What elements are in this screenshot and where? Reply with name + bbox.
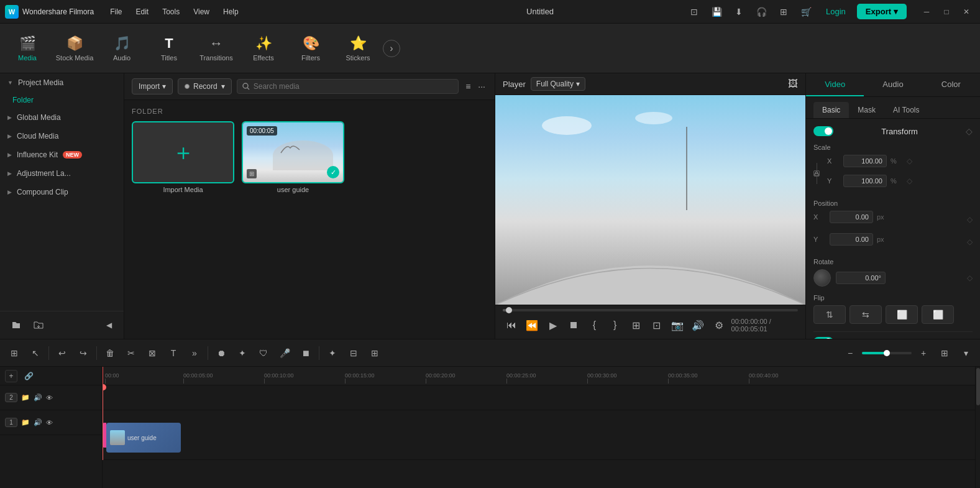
timeline-settings-button[interactable]: ▾ (956, 344, 975, 362)
progress-bar[interactable] (503, 309, 798, 311)
crop-button[interactable]: ⊠ (143, 344, 162, 362)
sidebar-item-influence-kit[interactable]: ▶ Influence Kit NEW (0, 145, 124, 164)
split-audio-button[interactable]: ⏹ (296, 344, 315, 362)
volume-button[interactable]: 🔊 (690, 315, 707, 335)
export-button[interactable]: Export ▾ (857, 4, 907, 19)
login-button[interactable]: Login (820, 5, 852, 18)
fullscreen-button[interactable]: ⊡ (648, 315, 665, 335)
transform-toggle[interactable] (813, 126, 833, 136)
timeline-grid-button[interactable]: ⊞ (935, 344, 954, 362)
rotate-input[interactable] (836, 272, 886, 284)
grid-icon[interactable]: ⊞ (775, 3, 792, 21)
track-1-folder-icon[interactable]: 📁 (21, 418, 30, 426)
video-clip-user-guide[interactable]: user guide (106, 423, 181, 453)
sidebar-item-project-media[interactable]: ▼ Project Media (0, 73, 124, 92)
scale-y-input[interactable] (843, 175, 887, 187)
menu-tools[interactable]: Tools (156, 5, 186, 19)
compositing-toggle[interactable] (813, 337, 833, 339)
menu-file[interactable]: File (104, 5, 128, 19)
toolbar-effects[interactable]: ✨ Effects (241, 26, 286, 71)
save-cloud-icon[interactable]: 💾 (708, 3, 725, 21)
delete-button[interactable]: 🗑 (101, 344, 119, 362)
sidebar-item-global-media[interactable]: ▶ Global Media (0, 108, 124, 127)
in-point-button[interactable]: { (586, 315, 603, 335)
zoom-out-button[interactable]: − (841, 344, 859, 362)
search-bar[interactable] (237, 79, 459, 94)
cut-button[interactable]: ✂ (122, 344, 140, 362)
transform-diamond-icon[interactable]: ◇ (966, 126, 973, 136)
quality-select[interactable]: Full Quality ▾ (531, 77, 585, 91)
flip-option-3-button[interactable]: ⬜ (886, 305, 918, 324)
sidebar-collapse-button[interactable]: ◀ (101, 318, 116, 333)
sidebar-item-adjustment-layer[interactable]: ▶ Adjustment La... (0, 164, 124, 183)
mask-timeline-button[interactable]: ⊟ (344, 344, 363, 362)
scale-x-input[interactable] (843, 155, 887, 167)
out-point-button[interactable]: } (607, 315, 623, 335)
add-track-button[interactable]: + (5, 370, 17, 382)
maximize-button[interactable]: □ (938, 3, 955, 21)
screenshot-button[interactable]: 📷 (669, 315, 685, 335)
toolbar-titles[interactable]: T Titles (147, 26, 191, 71)
text-button[interactable]: T (164, 344, 183, 362)
toolbar-stickers[interactable]: ⭐ Stickers (336, 26, 380, 71)
position-x-input[interactable] (830, 211, 873, 223)
settings-button[interactable]: ⚙ (710, 315, 727, 335)
scale-x-diamond-icon[interactable]: ◇ (907, 157, 912, 165)
track-2-speaker-icon[interactable]: 🔊 (34, 394, 42, 402)
sidebar-item-cloud-media[interactable]: ▶ Cloud Media (0, 127, 124, 145)
link-button[interactable]: 🔗 (22, 370, 35, 382)
sidebar-item-folder[interactable]: Folder (0, 92, 124, 108)
toolbar-filters[interactable]: 🎨 Filters (288, 26, 333, 71)
sidebar-item-compound-clip[interactable]: ▶ Compound Clip (0, 183, 124, 201)
undo-button[interactable]: ↩ (53, 344, 71, 362)
track-1-speaker-icon[interactable]: 🔊 (34, 418, 42, 426)
toolbar-audio[interactable]: 🎵 Audio (99, 26, 144, 71)
position-y-input[interactable] (830, 233, 873, 246)
import-folder-button[interactable] (30, 316, 47, 334)
import-button[interactable]: Import ▾ (132, 78, 173, 94)
timeline-split-button[interactable]: ⊞ (5, 344, 24, 362)
timeline-scrollbar[interactable] (975, 367, 980, 488)
player-thumbnail-icon[interactable]: 🖼 (788, 78, 798, 90)
search-input[interactable] (254, 82, 453, 91)
redo-button[interactable]: ↪ (74, 344, 93, 362)
frame-back-button[interactable]: ⏪ (523, 315, 540, 335)
play-button[interactable]: ▶ (544, 315, 561, 335)
flip-vertical-button[interactable]: ⇅ (813, 305, 846, 324)
stop-button[interactable]: ⏹ (565, 315, 582, 335)
rotate-dial[interactable] (813, 269, 831, 287)
zoom-thumb[interactable] (884, 350, 890, 356)
flip-option-4-button[interactable]: ⬜ (922, 305, 954, 324)
clip-protection-button[interactable]: 🛡 (254, 344, 273, 362)
close-button[interactable]: ✕ (958, 3, 975, 21)
add-to-timeline-button[interactable]: ⊞ (627, 315, 644, 335)
tab-video[interactable]: Video (806, 73, 864, 96)
insert-button[interactable]: ⊞ (365, 344, 384, 362)
scale-lock-icon[interactable] (813, 170, 820, 177)
zoom-slider[interactable] (862, 352, 912, 354)
restore-icon[interactable]: ⊡ (685, 3, 703, 21)
scrollbar-thumb[interactable] (976, 368, 980, 405)
subtab-basic[interactable]: Basic (813, 102, 849, 118)
menu-help[interactable]: Help (217, 5, 245, 19)
position-y-diamond-icon[interactable]: ◇ (967, 237, 973, 246)
minimize-button[interactable]: ─ (918, 3, 935, 21)
tab-color[interactable]: Color (922, 73, 980, 96)
download-icon[interactable]: ⬇ (730, 3, 748, 21)
track-2-eye-icon[interactable]: 👁 (46, 394, 53, 402)
step-back-button[interactable]: ⏮ (503, 315, 520, 335)
subtab-ai-tools[interactable]: AI Tools (884, 102, 928, 118)
magic-button[interactable]: ✦ (323, 344, 342, 362)
user-guide-thumb[interactable]: 00:00:05 ⊞ ✓ (242, 121, 344, 183)
add-folder-button[interactable] (7, 316, 25, 334)
flip-horizontal-button[interactable]: ⇆ (849, 305, 882, 324)
mic-button[interactable]: 🎤 (275, 344, 294, 362)
filter-icon[interactable]: ≡ (464, 80, 472, 93)
fx-button[interactable]: ✦ (233, 344, 252, 362)
subtab-mask[interactable]: Mask (849, 102, 884, 118)
position-x-diamond-icon[interactable]: ◇ (967, 215, 973, 224)
menu-view[interactable]: View (187, 5, 216, 19)
headphones-icon[interactable]: 🎧 (753, 3, 770, 21)
import-media-thumb[interactable]: ＋ (132, 121, 234, 183)
tab-audio[interactable]: Audio (864, 73, 922, 96)
